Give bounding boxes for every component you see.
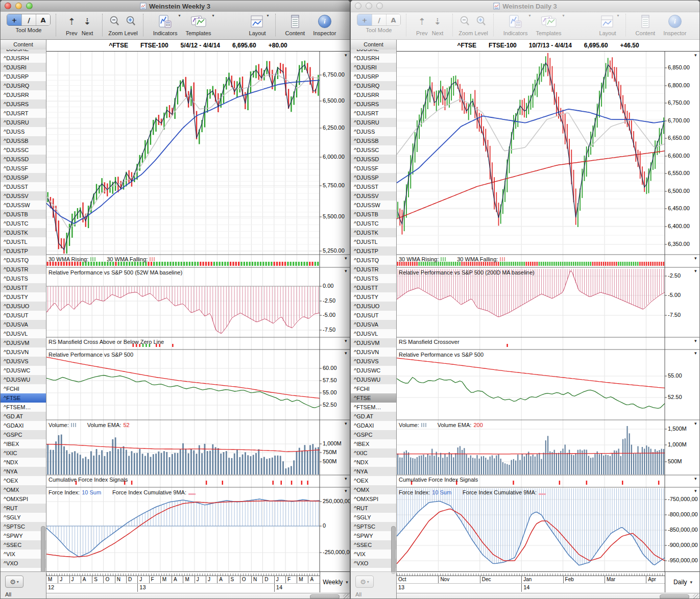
symbol-list-item[interactable]: ^OMXSPI xyxy=(351,494,396,504)
chart-canvas[interactable]: 6,750.006,500.006,250.006,000.005,750.00… xyxy=(46,52,350,571)
symbol-list-item[interactable]: ^DJUSRP xyxy=(1,72,46,81)
symbol-list-item[interactable]: ^DJUSTB xyxy=(1,210,46,219)
symbol-list-item[interactable]: ^DJUSTP xyxy=(1,246,46,256)
indicators-button[interactable]: ▾ Indicators xyxy=(503,14,528,36)
symbol-list-item[interactable]: ^GSPC xyxy=(351,430,396,439)
horizontal-scrollbar-thumb[interactable] xyxy=(310,594,340,599)
symbol-list-item[interactable]: ^DJUSVA xyxy=(351,320,396,329)
symbol-list-item[interactable]: ^DJUSSV xyxy=(351,191,396,201)
symbol-list-item[interactable]: ^DJUSSC xyxy=(351,145,396,155)
symbol-list-item[interactable]: ^DJUSRE xyxy=(351,49,396,54)
symbol-list-item[interactable]: ^DJUSTS xyxy=(351,274,396,283)
symbol-list-item[interactable]: ^DJUSST xyxy=(351,182,396,191)
symbol-list-item[interactable]: ^DJUSSD xyxy=(1,155,46,164)
symbol-list-item[interactable]: ^DJUSSC xyxy=(1,145,46,155)
symbol-list-item[interactable]: ^DJUSTC xyxy=(1,219,46,228)
symbol-list-item[interactable]: ^DJUSTC xyxy=(351,219,396,228)
symbol-list-item[interactable]: ^DJUSWC xyxy=(1,366,46,375)
pane-options-caret[interactable]: ▾ xyxy=(345,269,347,273)
symbol-list-item[interactable]: ^DJUSRH xyxy=(1,54,46,63)
symbol-list-item[interactable]: ^SPTSC xyxy=(351,522,396,531)
symbol-list-item[interactable]: ^DJUSS xyxy=(351,127,396,136)
symbol-list-item[interactable]: ^DJUSWU xyxy=(351,375,396,384)
symbol-list-item[interactable]: ^DJUSVM xyxy=(1,338,46,347)
close-window-button[interactable] xyxy=(5,3,11,9)
layout-button[interactable]: ▾ Layout xyxy=(249,14,266,36)
symbol-list-item[interactable]: ^OMXSPI xyxy=(1,494,46,504)
symbol-list-item[interactable]: ^DJUSSV xyxy=(1,191,46,201)
pane-options-caret[interactable]: ▾ xyxy=(345,256,347,261)
symbol-list-item[interactable]: ^DJUSRS xyxy=(1,99,46,109)
pane-options-caret[interactable]: ▾ xyxy=(345,351,347,356)
symbol-list-item[interactable]: ^DJUSVN xyxy=(1,347,46,357)
next-button[interactable]: ⇣ Next xyxy=(82,14,93,36)
symbol-list-item[interactable]: ^DJUSUT xyxy=(351,311,396,320)
inspector-button[interactable]: i Inspector xyxy=(313,14,336,36)
content-button[interactable]: Content xyxy=(285,14,305,36)
symbol-list-item[interactable]: ^DJUSSD xyxy=(351,155,396,164)
pane-options-caret[interactable]: ▾ xyxy=(345,489,347,493)
symbol-list-item[interactable]: ^DJUSST xyxy=(1,182,46,191)
symbol-list-item[interactable]: ^FTSEM… xyxy=(1,403,46,412)
templates-button[interactable]: ▾ Templates xyxy=(536,14,561,36)
symbol-list-item[interactable]: ^DJUSSW xyxy=(1,201,46,210)
text-tool-button[interactable]: A xyxy=(36,14,50,26)
symbol-list-item[interactable]: ^DJUSRR xyxy=(351,90,396,99)
pane-options-caret[interactable]: ▾ xyxy=(345,339,347,343)
layout-button[interactable]: ▾ Layout xyxy=(599,14,616,36)
line-tool-button[interactable]: / xyxy=(372,14,386,26)
symbol-list-item[interactable]: ^DJUSRP xyxy=(351,72,396,81)
symbol-list-item[interactable]: ^RUT xyxy=(351,504,396,513)
zoom-out-icon[interactable] xyxy=(109,15,120,28)
symbol-list-item[interactable]: ^DJUSTP xyxy=(351,246,396,256)
symbol-list-item[interactable]: ^DJUSTK xyxy=(351,228,396,237)
symbol-list-item[interactable]: ^FTSEM… xyxy=(351,403,396,412)
symbol-list-item[interactable]: ^GDAXI xyxy=(1,421,46,430)
symbol-list-item[interactable]: ^DJUSSP xyxy=(351,173,396,182)
inspector-button[interactable]: i Inspector xyxy=(663,14,686,36)
symbol-list-item[interactable]: ^IBEX xyxy=(1,439,46,448)
crosshair-tool-button[interactable]: + xyxy=(357,14,372,26)
symbol-list-item[interactable]: ^SSEC xyxy=(1,540,46,550)
symbol-list-item[interactable]: ^IXIC xyxy=(351,448,396,458)
symbol-list-item[interactable]: ^DJUSSW xyxy=(351,201,396,210)
timeframe-selector[interactable]: Weekly ▾ xyxy=(320,572,350,592)
chart-canvas[interactable]: 6,850.006,800.006,750.006,700.006,650.00… xyxy=(397,52,699,571)
symbol-list-item[interactable]: ^GD.AT xyxy=(351,412,396,421)
pane-options-caret[interactable]: ▾ xyxy=(694,256,697,261)
symbol-list-item[interactable]: ^DJUSRH xyxy=(351,54,396,63)
symbol-list-item[interactable]: ^DJUSVS xyxy=(1,357,46,366)
horizontal-scrollbar[interactable] xyxy=(46,593,350,599)
symbol-list-item[interactable]: ^DJUSUO xyxy=(351,302,396,311)
symbol-list-item[interactable]: ^IXIC xyxy=(1,448,46,458)
next-button[interactable]: ⇣ Next xyxy=(432,14,444,36)
horizontal-scrollbar-thumb[interactable] xyxy=(660,594,689,599)
symbol-list-item[interactable]: ^DJUSTB xyxy=(351,210,396,219)
symbol-list-item[interactable]: ^VXO xyxy=(351,559,396,568)
symbol-list-item[interactable]: ^FTSE xyxy=(1,393,46,403)
symbol-list-item[interactable]: ^VIX xyxy=(1,550,46,559)
symbol-list-item[interactable]: ^DJUSS xyxy=(1,127,46,136)
pane-options-caret[interactable]: ▾ xyxy=(694,421,697,426)
symbol-list-item[interactable]: ^OEX xyxy=(1,476,46,485)
symbol-list-item[interactable]: ^NYA xyxy=(1,467,46,476)
symbol-list-item[interactable]: ^DJUSTR xyxy=(351,265,396,274)
pane-options-caret[interactable]: ▾ xyxy=(694,489,697,493)
symbol-list-item[interactable]: ^SGLY xyxy=(1,513,46,522)
symbol-list-item[interactable]: ^DJUSTQ xyxy=(351,256,396,265)
symbol-list-item[interactable]: ^OEX xyxy=(351,476,396,485)
close-window-button[interactable] xyxy=(355,3,361,9)
symbol-list-item[interactable]: ^DJUSSB xyxy=(1,136,46,145)
pane-options-caret[interactable]: ▾ xyxy=(345,477,347,481)
sidebar-scrollbar-thumb[interactable] xyxy=(391,526,396,574)
symbol-list-item[interactable]: ^DJUSRU xyxy=(1,118,46,127)
symbol-list-item[interactable]: ^DJUSSB xyxy=(351,136,396,145)
symbol-list-item[interactable]: ^FCHI xyxy=(1,384,46,393)
symbol-list-item[interactable]: ^IBEX xyxy=(351,439,396,448)
symbol-list-item[interactable]: ^DJUSVL xyxy=(1,329,46,338)
line-tool-button[interactable]: / xyxy=(21,14,36,26)
symbol-list-item[interactable]: ^DJUSRT xyxy=(351,109,396,118)
symbol-list-item[interactable]: ^VXO xyxy=(1,559,46,568)
gear-button[interactable]: ⚙▾ xyxy=(5,576,23,588)
resize-grip[interactable] xyxy=(343,594,349,599)
